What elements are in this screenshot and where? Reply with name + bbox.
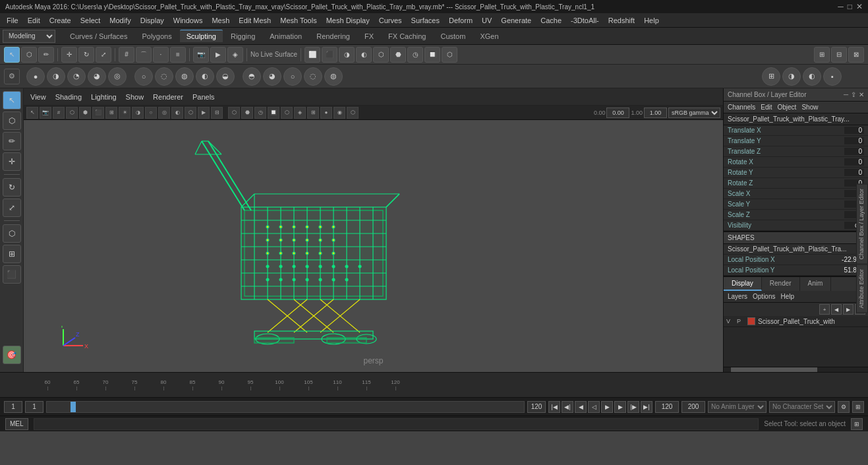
- vp-btn-smooth[interactable]: ⬡: [66, 107, 78, 119]
- pb-prev-key[interactable]: ◀|: [562, 401, 573, 413]
- menu-surfaces[interactable]: Surfaces: [407, 15, 444, 26]
- channel-value-rx[interactable]: 0: [844, 158, 864, 166]
- display-mode-button[interactable]: ⊞: [814, 47, 830, 63]
- vp-btn-shadow[interactable]: ◑: [132, 107, 144, 119]
- close-button[interactable]: ✕: [856, 2, 863, 11]
- cb-float-icon[interactable]: ⇪: [851, 91, 856, 98]
- tab-sculpting[interactable]: Sculpting: [180, 30, 223, 42]
- viewport[interactable]: View Shading Lighting Show Renderer Pane…: [24, 88, 723, 372]
- sculpt-btn-13[interactable]: ○: [283, 67, 302, 86]
- maximize-button[interactable]: □: [848, 2, 852, 11]
- end-frame-input[interactable]: [527, 401, 546, 413]
- layer-tab-anim[interactable]: Anim: [800, 277, 832, 291]
- vp-btn-aa[interactable]: ⬡: [185, 107, 196, 119]
- viewport-menu-view[interactable]: View: [28, 93, 49, 101]
- left-axis-tool[interactable]: 🎯: [3, 346, 21, 364]
- duration-input[interactable]: [681, 401, 705, 413]
- menu-cache[interactable]: Cache: [536, 15, 565, 26]
- viewport-menu-lighting[interactable]: Lighting: [88, 93, 119, 101]
- sculpt-extra-1[interactable]: ⊞: [762, 67, 780, 86]
- sculpt-btn-5[interactable]: ◎: [108, 67, 127, 86]
- cb-menu-object[interactable]: Object: [778, 104, 797, 111]
- left-select-tool[interactable]: ↖: [3, 91, 21, 109]
- vp-colorspace-select[interactable]: sRGB gamma: [668, 108, 720, 118]
- sculpt-btn-11[interactable]: ◓: [243, 67, 261, 86]
- channel-value-ty[interactable]: 0: [844, 137, 864, 144]
- tab-custom[interactable]: Custom: [434, 30, 473, 42]
- vp-btn-solid[interactable]: ⬛: [92, 107, 104, 119]
- menu-mesh-display[interactable]: Mesh Display: [322, 15, 374, 26]
- vp-btn-ambient[interactable]: ○: [145, 107, 157, 119]
- vp-btn-wire[interactable]: ⬢: [79, 107, 91, 119]
- layer-nav-next[interactable]: ▶: [843, 304, 854, 315]
- pb-settings[interactable]: ⚙: [838, 401, 850, 413]
- layer-scrollbar[interactable]: [724, 367, 868, 372]
- layer-tab-display[interactable]: Display: [724, 277, 762, 291]
- menu-uv[interactable]: UV: [478, 15, 496, 26]
- vp-btn-extra4[interactable]: 🔲: [268, 107, 279, 119]
- menu-modify[interactable]: Modify: [105, 15, 134, 26]
- channel-value-ry[interactable]: 0: [844, 169, 864, 176]
- vp-btn-extra9[interactable]: ◉: [333, 107, 345, 119]
- tab-polygons[interactable]: Polygons: [135, 30, 178, 42]
- left-poly-tool[interactable]: ⬡: [3, 224, 21, 243]
- snap-grid-button[interactable]: #: [119, 47, 134, 63]
- sculpt-btn-15[interactable]: ◍: [324, 67, 343, 86]
- viewport-menu-renderer[interactable]: Renderer: [150, 93, 186, 101]
- current-frame-input[interactable]: [4, 401, 22, 413]
- layer-visibility[interactable]: V: [726, 318, 734, 325]
- tab-fx[interactable]: FX: [358, 30, 380, 42]
- vp-btn-grid[interactable]: #: [53, 107, 65, 119]
- vp-btn-extra1[interactable]: ⬡: [228, 107, 240, 119]
- menu-redshift[interactable]: Redshift: [604, 15, 639, 26]
- char-set-select[interactable]: No Character Set: [769, 401, 835, 413]
- vp-btn-motion[interactable]: ▶: [198, 107, 210, 119]
- snap-point-button[interactable]: ·: [153, 47, 169, 63]
- tool-btn-d[interactable]: ◐: [356, 47, 372, 63]
- pb-play-fwd[interactable]: ▶: [601, 401, 613, 413]
- cb-close-icon[interactable]: ✕: [859, 91, 864, 98]
- layer-tab-render[interactable]: Render: [762, 277, 800, 291]
- pb-play-back[interactable]: ◁: [588, 401, 600, 413]
- sculpt-btn-2[interactable]: ◑: [47, 67, 65, 86]
- vp-btn-extra3[interactable]: ◷: [254, 107, 266, 119]
- render-button[interactable]: ▶: [210, 47, 226, 63]
- vp-btn-extra6[interactable]: ◈: [294, 107, 306, 119]
- tab-rigging[interactable]: Rigging: [224, 30, 262, 42]
- tool-btn-c[interactable]: ◑: [339, 47, 355, 63]
- vp-btn-texture[interactable]: ⊞: [105, 107, 117, 119]
- pb-step-back[interactable]: ◀: [575, 401, 587, 413]
- sculpt-extra-3[interactable]: ◐: [803, 67, 821, 86]
- move-tool-button[interactable]: ✛: [61, 47, 77, 63]
- menu-mesh-tools[interactable]: Mesh Tools: [276, 15, 320, 26]
- menu-create[interactable]: Create: [45, 15, 75, 26]
- layer-playback[interactable]: P: [737, 318, 745, 325]
- tab-fx-caching[interactable]: FX Caching: [382, 30, 432, 42]
- camera-button[interactable]: 📷: [193, 47, 209, 63]
- vp-btn-dof[interactable]: ◐: [171, 107, 183, 119]
- menu-edit-mesh[interactable]: Edit Mesh: [235, 15, 275, 26]
- playback-speed-input[interactable]: [655, 401, 679, 413]
- sculpt-btn-7[interactable]: ◌: [155, 67, 173, 86]
- vp-field-2[interactable]: [644, 108, 667, 118]
- tab-rendering[interactable]: Rendering: [310, 30, 357, 42]
- sculpt-btn-6[interactable]: ○: [134, 67, 153, 86]
- vp-field-1[interactable]: [606, 108, 629, 118]
- menu-display[interactable]: Display: [136, 15, 168, 26]
- channel-value-tz[interactable]: 0: [844, 148, 864, 155]
- vp-btn-ssao[interactable]: ◎: [158, 107, 170, 119]
- left-scale-tool[interactable]: ⤢: [3, 199, 21, 217]
- viewport-menu-show[interactable]: Show: [123, 93, 147, 101]
- edge-tab-channel-box[interactable]: Channel Box / Layer Editor: [856, 184, 868, 264]
- prefs-button[interactable]: ⊠: [848, 47, 864, 63]
- snap-curve-button[interactable]: ⌒: [136, 47, 152, 63]
- tab-animation[interactable]: Animation: [263, 30, 308, 42]
- layer-smenu-layers[interactable]: Layers: [728, 293, 747, 300]
- tool-btn-g[interactable]: ◷: [407, 47, 423, 63]
- sculpt-btn-3[interactable]: ◔: [67, 67, 86, 86]
- mel-toggle[interactable]: MEL: [5, 418, 28, 430]
- layer-smenu-help[interactable]: Help: [780, 293, 794, 300]
- anim-layer-select[interactable]: No Anim Layer: [708, 401, 767, 413]
- vp-btn-camera[interactable]: 📷: [40, 107, 51, 119]
- tool-btn-b[interactable]: ⬛: [322, 47, 337, 63]
